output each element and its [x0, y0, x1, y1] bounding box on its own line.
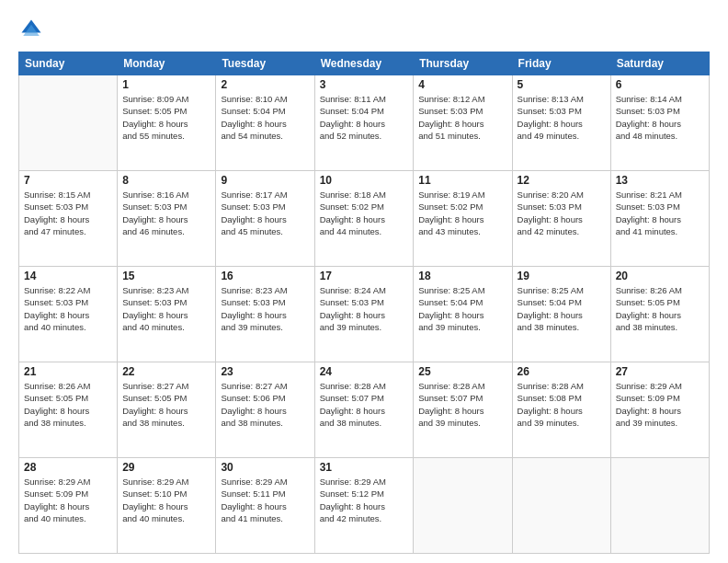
day-info: Sunrise: 8:29 AM Sunset: 5:12 PM Dayligh… [320, 476, 409, 524]
calendar-cell: 4Sunrise: 8:12 AM Sunset: 5:03 PM Daylig… [414, 75, 512, 171]
day-number: 27 [616, 365, 704, 378]
page: SundayMondayTuesdayWednesdayThursdayFrid… [0, 0, 728, 563]
day-info: Sunrise: 8:19 AM Sunset: 5:02 PM Dayligh… [418, 189, 506, 237]
day-number: 1 [122, 78, 210, 91]
day-number: 28 [24, 461, 112, 474]
day-info: Sunrise: 8:20 AM Sunset: 5:03 PM Dayligh… [518, 189, 606, 237]
day-info: Sunrise: 8:27 AM Sunset: 5:06 PM Dayligh… [221, 380, 309, 429]
calendar-cell: 17Sunrise: 8:24 AM Sunset: 5:03 PM Dayli… [314, 267, 414, 362]
calendar-cell [512, 458, 610, 554]
day-number: 17 [320, 270, 409, 282]
day-number: 21 [24, 365, 112, 378]
calendar-cell [414, 458, 512, 554]
day-info: Sunrise: 8:23 AM Sunset: 5:03 PM Dayligh… [122, 284, 210, 333]
calendar-header-friday: Friday [512, 52, 610, 75]
day-number: 12 [518, 174, 606, 187]
calendar-week-row: 28Sunrise: 8:29 AM Sunset: 5:09 PM Dayli… [19, 458, 710, 554]
day-info: Sunrise: 8:13 AM Sunset: 5:03 PM Dayligh… [518, 93, 606, 142]
day-number: 18 [418, 270, 506, 282]
calendar-cell: 21Sunrise: 8:26 AM Sunset: 5:05 PM Dayli… [19, 362, 118, 458]
calendar-header-wednesday: Wednesday [314, 52, 414, 75]
day-info: Sunrise: 8:15 AM Sunset: 5:03 PM Dayligh… [24, 189, 112, 237]
day-info: Sunrise: 8:26 AM Sunset: 5:05 PM Dayligh… [24, 380, 112, 429]
calendar-header-thursday: Thursday [414, 52, 512, 75]
calendar-cell: 28Sunrise: 8:29 AM Sunset: 5:09 PM Dayli… [19, 458, 118, 554]
day-number: 8 [122, 174, 210, 187]
day-number: 22 [122, 365, 210, 378]
day-number: 20 [616, 270, 704, 282]
day-number: 25 [418, 365, 506, 378]
calendar: SundayMondayTuesdayWednesdayThursdayFrid… [18, 52, 710, 554]
calendar-cell: 9Sunrise: 8:17 AM Sunset: 5:03 PM Daylig… [216, 171, 314, 267]
calendar-cell: 13Sunrise: 8:21 AM Sunset: 5:03 PM Dayli… [610, 171, 709, 267]
logo [18, 17, 48, 42]
day-number: 26 [518, 365, 606, 378]
calendar-week-row: 21Sunrise: 8:26 AM Sunset: 5:05 PM Dayli… [19, 362, 710, 458]
calendar-cell: 12Sunrise: 8:20 AM Sunset: 5:03 PM Dayli… [512, 171, 610, 267]
day-number: 11 [418, 174, 506, 187]
calendar-cell: 27Sunrise: 8:29 AM Sunset: 5:09 PM Dayli… [610, 362, 709, 458]
day-info: Sunrise: 8:22 AM Sunset: 5:03 PM Dayligh… [24, 284, 112, 333]
calendar-cell: 15Sunrise: 8:23 AM Sunset: 5:03 PM Dayli… [118, 267, 216, 362]
day-info: Sunrise: 8:28 AM Sunset: 5:07 PM Dayligh… [418, 380, 506, 429]
calendar-cell: 30Sunrise: 8:29 AM Sunset: 5:11 PM Dayli… [216, 458, 314, 554]
calendar-header-sunday: Sunday [19, 52, 118, 75]
day-number: 5 [518, 78, 606, 91]
calendar-header-monday: Monday [118, 52, 216, 75]
calendar-cell: 14Sunrise: 8:22 AM Sunset: 5:03 PM Dayli… [19, 267, 118, 362]
day-info: Sunrise: 8:18 AM Sunset: 5:02 PM Dayligh… [320, 189, 409, 237]
day-info: Sunrise: 8:25 AM Sunset: 5:04 PM Dayligh… [418, 284, 506, 333]
day-number: 23 [221, 365, 309, 378]
day-info: Sunrise: 8:24 AM Sunset: 5:03 PM Dayligh… [320, 284, 409, 333]
calendar-cell: 6Sunrise: 8:14 AM Sunset: 5:03 PM Daylig… [610, 75, 709, 171]
calendar-cell [610, 458, 709, 554]
day-info: Sunrise: 8:29 AM Sunset: 5:10 PM Dayligh… [122, 476, 210, 524]
day-number: 31 [320, 461, 409, 474]
calendar-cell: 24Sunrise: 8:28 AM Sunset: 5:07 PM Dayli… [314, 362, 414, 458]
calendar-cell: 22Sunrise: 8:27 AM Sunset: 5:05 PM Dayli… [118, 362, 216, 458]
calendar-cell: 20Sunrise: 8:26 AM Sunset: 5:05 PM Dayli… [610, 267, 709, 362]
day-info: Sunrise: 8:14 AM Sunset: 5:03 PM Dayligh… [616, 93, 704, 142]
day-info: Sunrise: 8:12 AM Sunset: 5:03 PM Dayligh… [418, 93, 506, 142]
day-number: 4 [418, 78, 506, 91]
day-number: 13 [616, 174, 704, 187]
calendar-cell: 10Sunrise: 8:18 AM Sunset: 5:02 PM Dayli… [314, 171, 414, 267]
calendar-header-saturday: Saturday [610, 52, 709, 75]
day-info: Sunrise: 8:21 AM Sunset: 5:03 PM Dayligh… [616, 189, 704, 237]
calendar-cell: 26Sunrise: 8:28 AM Sunset: 5:08 PM Dayli… [512, 362, 610, 458]
calendar-week-row: 1Sunrise: 8:09 AM Sunset: 5:05 PM Daylig… [19, 75, 710, 171]
calendar-cell: 3Sunrise: 8:11 AM Sunset: 5:04 PM Daylig… [314, 75, 414, 171]
day-number: 7 [24, 174, 112, 187]
calendar-week-row: 14Sunrise: 8:22 AM Sunset: 5:03 PM Dayli… [19, 267, 710, 362]
day-number: 14 [24, 270, 112, 282]
calendar-cell: 11Sunrise: 8:19 AM Sunset: 5:02 PM Dayli… [414, 171, 512, 267]
day-info: Sunrise: 8:11 AM Sunset: 5:04 PM Dayligh… [320, 93, 409, 142]
day-info: Sunrise: 8:26 AM Sunset: 5:05 PM Dayligh… [616, 284, 704, 333]
day-info: Sunrise: 8:25 AM Sunset: 5:04 PM Dayligh… [518, 284, 606, 333]
day-info: Sunrise: 8:23 AM Sunset: 5:03 PM Dayligh… [221, 284, 309, 333]
calendar-cell: 25Sunrise: 8:28 AM Sunset: 5:07 PM Dayli… [414, 362, 512, 458]
calendar-cell: 1Sunrise: 8:09 AM Sunset: 5:05 PM Daylig… [118, 75, 216, 171]
calendar-week-row: 7Sunrise: 8:15 AM Sunset: 5:03 PM Daylig… [19, 171, 710, 267]
calendar-cell: 19Sunrise: 8:25 AM Sunset: 5:04 PM Dayli… [512, 267, 610, 362]
day-number: 15 [122, 270, 210, 282]
calendar-cell: 8Sunrise: 8:16 AM Sunset: 5:03 PM Daylig… [118, 171, 216, 267]
day-info: Sunrise: 8:28 AM Sunset: 5:07 PM Dayligh… [320, 380, 409, 429]
calendar-cell [19, 75, 118, 171]
day-number: 16 [221, 270, 309, 282]
calendar-cell: 31Sunrise: 8:29 AM Sunset: 5:12 PM Dayli… [314, 458, 414, 554]
calendar-cell: 7Sunrise: 8:15 AM Sunset: 5:03 PM Daylig… [19, 171, 118, 267]
day-number: 29 [122, 461, 210, 474]
day-info: Sunrise: 8:10 AM Sunset: 5:04 PM Dayligh… [221, 93, 309, 142]
calendar-cell: 18Sunrise: 8:25 AM Sunset: 5:04 PM Dayli… [414, 267, 512, 362]
day-number: 19 [518, 270, 606, 282]
day-info: Sunrise: 8:29 AM Sunset: 5:11 PM Dayligh… [221, 476, 309, 524]
day-info: Sunrise: 8:17 AM Sunset: 5:03 PM Dayligh… [221, 189, 309, 237]
calendar-cell: 29Sunrise: 8:29 AM Sunset: 5:10 PM Dayli… [118, 458, 216, 554]
day-info: Sunrise: 8:29 AM Sunset: 5:09 PM Dayligh… [24, 476, 112, 524]
calendar-header-row: SundayMondayTuesdayWednesdayThursdayFrid… [19, 52, 710, 75]
day-info: Sunrise: 8:09 AM Sunset: 5:05 PM Dayligh… [122, 93, 210, 142]
day-number: 30 [221, 461, 309, 474]
day-number: 9 [221, 174, 309, 187]
header [18, 17, 710, 42]
